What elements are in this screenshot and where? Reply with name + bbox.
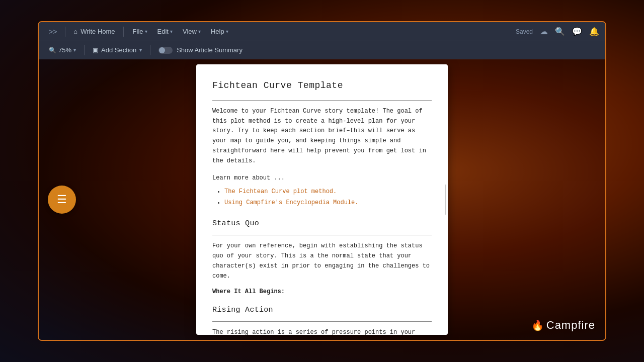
main-content-area: ☰ Fichtean Curve Template Welcome to you… — [39, 59, 605, 340]
resource-links-list: The Fichtean Curve plot method. Using Ca… — [212, 187, 432, 208]
document-intro: Welcome to your Fichtean Curve story tem… — [212, 107, 432, 166]
file-chevron-icon: ▾ — [145, 29, 147, 34]
sidebar-toggle-button[interactable]: ☰ — [48, 186, 76, 214]
campfire-logo: 🔥 Campfire — [531, 319, 595, 332]
menu-icon: ☰ — [57, 193, 67, 206]
show-summary-toggle[interactable]: Show Article Summary — [154, 46, 247, 54]
document-container[interactable]: Fichtean Curve Template Welcome to your … — [196, 64, 448, 335]
bell-icon[interactable]: 🔔 — [589, 27, 599, 36]
toolbar-separator-2 — [150, 45, 150, 55]
rising-action-title: Rising Action — [212, 304, 432, 316]
campfire-text: Campfire — [546, 319, 595, 332]
toolbar: 🔍 75% ▾ ▣ Add Section ▾ Show Article Sum… — [39, 41, 605, 59]
view-chevron-icon: ▾ — [198, 29, 201, 34]
zoom-icon: 🔍 — [49, 47, 56, 54]
status-quo-body: For your own reference, begin with estab… — [212, 241, 432, 281]
scrollbar[interactable] — [445, 185, 446, 215]
rising-action-divider — [212, 321, 432, 322]
cloud-icon[interactable]: ☁ — [540, 27, 548, 36]
list-item: The Fichtean Curve plot method. — [224, 187, 432, 197]
list-item: Using Campfire's Encyclopedia Module. — [224, 198, 432, 208]
nav-separator-1 — [65, 27, 65, 37]
add-section-icon: ▣ — [93, 47, 98, 54]
nav-edit-menu[interactable]: Edit ▾ — [152, 28, 178, 35]
browser-frame: >> ⌂ Write Home File ▾ Edit ▾ View ▾ Hel… — [38, 21, 606, 341]
document-title: Fichtean Curve Template — [212, 78, 432, 93]
nav-bar: >> ⌂ Write Home File ▾ Edit ▾ View ▾ Hel… — [39, 22, 605, 41]
status-quo-title: Status Quo — [212, 218, 432, 230]
nav-help-menu[interactable]: Help ▾ — [206, 28, 233, 35]
help-chevron-icon: ▾ — [226, 29, 228, 34]
flame-icon: 🔥 — [531, 319, 544, 331]
toggle-switch[interactable] — [158, 47, 173, 54]
chat-icon[interactable]: 💬 — [572, 27, 582, 36]
status-quo-label: Where It All Begins: — [212, 287, 432, 297]
rising-action-p1: The rising action is a series of pressur… — [212, 328, 432, 335]
home-icon: ⌂ — [73, 28, 77, 35]
fichtean-curve-link[interactable]: The Fichtean Curve plot method. — [224, 188, 337, 195]
nav-file-menu[interactable]: File ▾ — [128, 28, 152, 35]
nav-separator-2 — [123, 27, 124, 37]
status-quo-divider — [212, 235, 432, 235]
nav-home-link[interactable]: ⌂ Write Home — [69, 28, 119, 35]
nav-right-area: Saved ☁ 🔍 💬 🔔 — [516, 27, 599, 36]
toolbar-separator-1 — [84, 45, 85, 55]
zoom-chevron-icon: ▾ — [73, 47, 76, 53]
document-content: Fichtean Curve Template Welcome to your … — [196, 64, 448, 335]
saved-status: Saved — [516, 28, 533, 35]
encyclopedia-module-link[interactable]: Using Campfire's Encyclopedia Module. — [224, 199, 358, 206]
learn-more-label: Learn more about ... — [212, 173, 432, 183]
edit-chevron-icon: ▾ — [170, 29, 173, 34]
nav-view-menu[interactable]: View ▾ — [178, 28, 206, 35]
title-divider — [212, 100, 432, 101]
add-section-button[interactable]: ▣ Add Section ▾ — [89, 46, 146, 54]
zoom-control[interactable]: 🔍 75% ▾ — [45, 46, 80, 54]
expand-button[interactable]: >> — [45, 26, 61, 38]
add-section-chevron-icon: ▾ — [139, 47, 142, 53]
search-icon[interactable]: 🔍 — [555, 27, 565, 36]
